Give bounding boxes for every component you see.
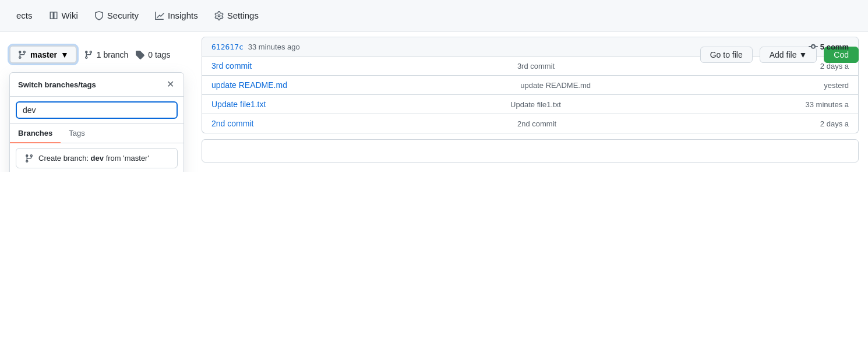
file-time: 2 days a xyxy=(820,119,849,128)
shield-icon xyxy=(94,11,104,20)
bottom-readme-bar xyxy=(202,139,859,163)
file-name[interactable]: Update file1.txt xyxy=(211,100,266,109)
wiki-label: Wiki xyxy=(62,10,78,20)
nav-item-insights[interactable]: Insights xyxy=(148,6,205,25)
branch-name: master xyxy=(30,50,57,59)
tab-bar: Branches Tags xyxy=(10,124,184,143)
add-file-dropdown-icon: ▼ xyxy=(799,50,807,59)
branch-dropdown-panel: Switch branches/tags ✕ Branches Tags Cre… xyxy=(9,72,184,172)
graph-icon xyxy=(155,11,164,20)
security-label: Security xyxy=(107,10,139,20)
tab-tags[interactable]: Tags xyxy=(61,124,93,143)
commit-time: 33 minutes ago xyxy=(248,43,300,51)
tag-count-text: 0 tags xyxy=(148,50,170,59)
dropdown-header: Switch branches/tags ✕ xyxy=(10,73,184,97)
file-time: 33 minutes a xyxy=(806,100,849,109)
branch-count-text: 1 branch xyxy=(97,50,128,59)
branch-search-input[interactable] xyxy=(16,101,178,119)
file-time: yesterd xyxy=(824,81,849,90)
commits-link[interactable]: 5 comm xyxy=(809,42,849,51)
tab-branches[interactable]: Branches xyxy=(10,124,61,143)
tag-count-info[interactable]: 0 tags xyxy=(135,50,170,59)
branch-count-info[interactable]: 1 branch xyxy=(84,50,128,59)
main-area: master ▼ 1 branch 0 tags Go to file xyxy=(0,31,868,172)
file-time: 2 days a xyxy=(820,62,849,70)
nav-item-wiki[interactable]: Wiki xyxy=(42,6,85,25)
branch-count-icon xyxy=(84,50,93,59)
settings-label: Settings xyxy=(227,10,259,20)
nav-item-settings[interactable]: Settings xyxy=(207,6,266,25)
top-nav: ects Wiki Security Insights xyxy=(0,0,868,31)
branch-create-icon xyxy=(24,153,34,163)
goto-file-button[interactable]: Go to file xyxy=(700,47,753,63)
dropdown-arrow-icon: ▼ xyxy=(61,50,69,59)
search-input-wrap xyxy=(10,97,184,124)
file-commit: update README.md xyxy=(520,81,591,90)
file-table: 3rd commit 3rd commit 2 days a update RE… xyxy=(202,57,859,133)
gear-icon xyxy=(214,11,224,20)
file-commit: 3rd commit xyxy=(517,62,555,70)
dropdown-title: Switch branches/tags xyxy=(18,80,96,89)
tag-icon xyxy=(135,50,144,59)
file-name[interactable]: 3rd commit xyxy=(211,61,252,70)
insights-label: Insights xyxy=(168,10,198,20)
branch-selector-icon xyxy=(17,50,27,59)
file-commit: Update file1.txt xyxy=(510,100,561,109)
close-dropdown-button[interactable]: ✕ xyxy=(165,79,175,90)
file-name[interactable]: update README.md xyxy=(211,80,287,90)
file-name[interactable]: 2nd commit xyxy=(211,119,253,128)
file-commit: 2nd commit xyxy=(517,119,556,128)
projects-label: ects xyxy=(16,10,33,20)
commit-hash[interactable]: 612617c xyxy=(211,43,244,51)
nav-item-security[interactable]: Security xyxy=(87,6,146,25)
file-row: 2nd commit 2nd commit 2 days a xyxy=(202,114,858,133)
create-branch-label: Create branch: dev from 'master' xyxy=(38,154,149,163)
file-row: update README.md update README.md yester… xyxy=(202,76,858,95)
branch-selector[interactable]: master ▼ xyxy=(9,45,77,63)
file-row: Update file1.txt Update file1.txt 33 min… xyxy=(202,95,858,114)
book-icon xyxy=(49,11,58,20)
nav-item-projects[interactable]: ects xyxy=(9,6,40,25)
create-branch-item[interactable]: Create branch: dev from 'master' xyxy=(16,148,178,168)
